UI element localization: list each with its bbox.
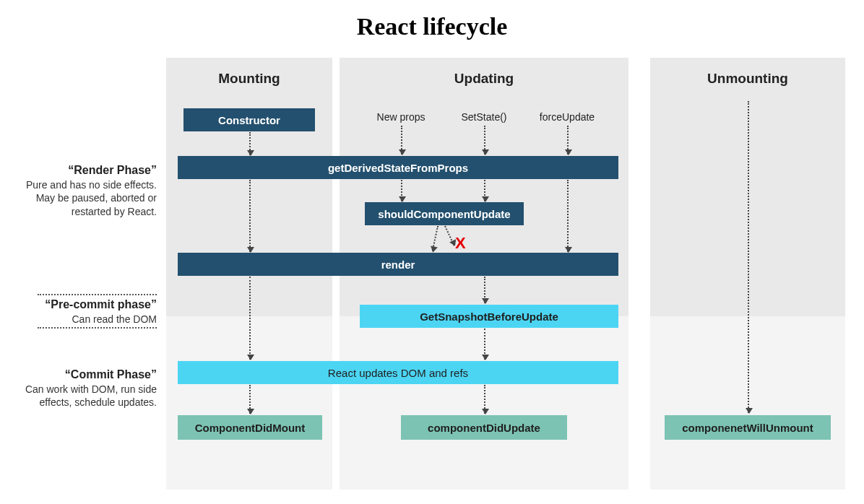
box-componentwillunmount: componenetWillUnmount: [665, 415, 831, 440]
phase-label-commit: “Commit Phase” Can work with DOM, run si…: [9, 367, 157, 409]
arrow-icon: [249, 132, 251, 155]
box-render: render: [178, 253, 618, 276]
box-componentdidmount: ComponentDidMount: [178, 415, 322, 440]
box-constructor: Constructor: [183, 108, 315, 131]
diagram-title: React lifecycle: [0, 0, 864, 51]
column-header-unmounting: Unmounting: [650, 71, 845, 87]
box-shouldcomponentupdate: shouldComponentUpdate: [365, 202, 524, 225]
arrow-icon: [484, 329, 485, 360]
arrow-icon: [567, 180, 569, 252]
phase-label-precommit: “Pre-commit phase” Can read the DOM: [9, 292, 157, 330]
phase-label-render: “Render Phase” Pure and has no side effe…: [9, 162, 157, 219]
arrow-icon: [249, 385, 251, 414]
arrow-icon: [484, 277, 485, 303]
trigger-new-props: New props: [368, 111, 433, 123]
arrow-icon: [484, 180, 485, 201]
arrow-icon: [401, 126, 402, 155]
column-header-updating: Updating: [340, 71, 628, 87]
box-getderivedstatefromprops: getDerivedStateFromProps: [178, 156, 618, 179]
arrow-icon: [567, 126, 569, 155]
arrow-icon: [748, 101, 749, 413]
box-react-updates-dom: React updates DOM and refs: [178, 361, 618, 384]
arrow-icon: [249, 277, 251, 360]
arrow-icon: [249, 180, 251, 252]
diagram-canvas: Mounting Updating Unmounting “Render Pha…: [0, 58, 864, 504]
box-componentdidupdate: componentDidUpdate: [401, 415, 567, 440]
box-getsnapshotbeforeupdate: GetSnapshotBeforeUpdate: [360, 305, 618, 328]
arrow-icon: [401, 180, 402, 201]
trigger-setstate: SetState(): [452, 111, 517, 123]
arrow-icon: [484, 126, 485, 155]
column-header-mounting: Mounting: [166, 71, 332, 87]
trigger-forceupdate: forceUpdate: [531, 111, 603, 123]
arrow-icon: [484, 385, 485, 414]
